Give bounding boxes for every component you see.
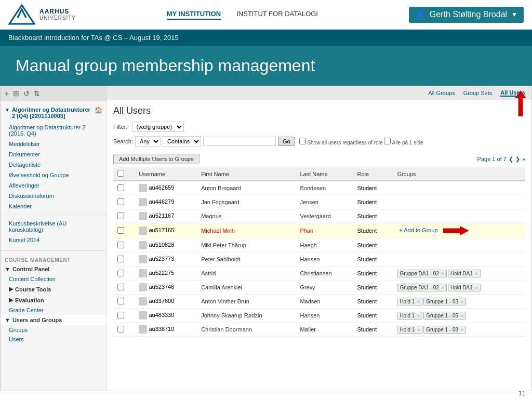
row-checkbox-8[interactable] xyxy=(117,298,124,304)
refresh-icon[interactable]: ↺ xyxy=(23,89,30,98)
cell-username: au521167 xyxy=(135,209,197,223)
search-operator-select[interactable]: Contains xyxy=(163,136,201,147)
show-all-checkbox[interactable] xyxy=(299,138,306,144)
user-avatar xyxy=(139,297,147,305)
next-page-btn[interactable]: ❯ xyxy=(515,156,520,163)
sidebar-divider-1 xyxy=(1,215,107,215)
cell-role: Student xyxy=(353,238,393,252)
row-checkbox-0[interactable] xyxy=(117,184,124,191)
sidebar-link-kalender[interactable]: Kalender xyxy=(1,201,107,211)
user-area[interactable]: 👤 Gerth Stølting Brodal ▼ xyxy=(409,7,524,23)
user-avatar xyxy=(139,241,147,249)
content-tabs-bar: All Groups Group Sets All Users xyxy=(107,86,531,100)
expand-icon: ▼ xyxy=(5,107,10,113)
row-checkbox-9[interactable] xyxy=(117,312,124,318)
row-checkbox-3[interactable] xyxy=(117,227,124,234)
cell-groups xyxy=(393,195,525,209)
add-icon[interactable]: + xyxy=(5,89,9,98)
nav-my-institution[interactable]: MY INSTITUTION xyxy=(167,10,221,20)
row-checkbox-7[interactable] xyxy=(117,284,124,290)
cell-firstname: Anton Brogaard xyxy=(197,181,296,195)
sidebar-link-kurset[interactable]: Kurset 2014 xyxy=(1,235,107,245)
alle-pa-checkbox[interactable] xyxy=(384,138,391,144)
tab-all-groups[interactable]: All Groups xyxy=(428,90,455,96)
row-checkbox-2[interactable] xyxy=(117,212,124,219)
last-page-btn[interactable]: » xyxy=(522,156,525,162)
add-multiple-users-button[interactable]: Add Multiple Users to Groups xyxy=(113,154,200,164)
sidebar-grade-center[interactable]: Grade Center xyxy=(1,305,107,315)
cell-lastname: Hansen xyxy=(296,252,353,267)
sidebar-link-course-sub[interactable]: Algoritmer og Datastrukturer 2 (2015, Q4… xyxy=(1,122,107,139)
row-checkbox-10[interactable] xyxy=(117,326,124,332)
col-checkbox-header xyxy=(113,167,135,181)
remove-group-btn[interactable]: × xyxy=(475,271,478,276)
remove-group-btn[interactable]: × xyxy=(461,313,463,318)
row-checkbox-6[interactable] xyxy=(117,270,124,276)
remove-group-btn[interactable]: × xyxy=(442,285,444,290)
remove-group-btn[interactable]: × xyxy=(461,327,463,332)
remove-group-btn[interactable]: × xyxy=(475,285,478,290)
control-panel-title[interactable]: ▼ Control Panel xyxy=(1,264,107,274)
sidebar-link-afleveringer[interactable]: Afleveringer xyxy=(1,180,107,191)
go-button[interactable]: Go xyxy=(278,137,295,146)
sidebar-course-title[interactable]: ▼ Algoritmer og Datastrukturer 2 (Q4) [2… xyxy=(1,103,107,122)
cell-lastname: Bondesen xyxy=(296,181,353,195)
group-tag: Hold DA1 × xyxy=(448,284,481,291)
sidebar: + ⊞ ↺ ⇅ ▼ Algoritmer og Datastrukturer 2… xyxy=(1,86,107,391)
cell-firstname: Peter Sahlholdt xyxy=(197,252,296,267)
sidebar-link-meddelelser[interactable]: Meddelelser xyxy=(1,139,107,149)
add-to-group-btn[interactable]: Add to Group xyxy=(397,226,440,234)
page-title: Manual group membership management xyxy=(16,56,516,75)
content-header: All Users xyxy=(107,100,531,119)
cell-username: au446279 xyxy=(135,195,197,209)
cell-groups: Gruppe DA1 - 02 ×Hold DA1 × xyxy=(393,281,525,295)
table-row: au337600Anton Vinther BrunMadsenStudentH… xyxy=(113,295,525,309)
cell-username: au522275 xyxy=(135,267,197,281)
row-checkbox-5[interactable] xyxy=(117,256,124,262)
users-and-groups-item[interactable]: ▼ Users and Groups xyxy=(1,315,107,325)
cell-groups xyxy=(393,209,525,223)
sidebar-link-diskussion[interactable]: Diskussionsforum xyxy=(1,191,107,201)
remove-group-btn[interactable]: × xyxy=(417,299,420,304)
page-title-section: Manual group membership management xyxy=(0,46,532,86)
table-row: au462659Anton BrogaardBondesenStudent xyxy=(113,181,525,195)
cell-groups: Hold 1 ×Gruppe 1 - 05 × xyxy=(393,309,525,323)
sidebar-groups[interactable]: Groups xyxy=(1,325,107,335)
breadcrumb: Blackboard Introduction for TAs @ CS – A… xyxy=(8,34,179,42)
remove-group-btn[interactable]: × xyxy=(442,271,444,276)
row-checkbox-4[interactable] xyxy=(117,242,124,248)
top-bar: AARHUS UNIVERSITY MY INSTITUTION INSTITU… xyxy=(0,0,532,30)
sort-icon[interactable]: ⇅ xyxy=(34,89,40,98)
grid-icon[interactable]: ⊞ xyxy=(13,89,19,98)
sidebar-users[interactable]: Users xyxy=(1,335,107,344)
search-field-select[interactable]: Any xyxy=(135,136,161,147)
remove-group-btn[interactable]: × xyxy=(417,313,420,318)
sidebar-link-kursusbeskrivelse[interactable]: Kursusbeskrivelse (AU kuruskatalog) xyxy=(1,218,107,235)
course-tools-item[interactable]: ▶ Course Tools xyxy=(1,284,107,295)
group-tag: Gruppe 1 - 05 × xyxy=(423,312,466,320)
prev-page-btn[interactable]: ❮ xyxy=(509,156,513,163)
search-input[interactable] xyxy=(203,137,276,146)
row-checkbox-1[interactable] xyxy=(117,198,124,205)
sidebar-link-oevelseshold[interactable]: Øvelseshold og Gruppe xyxy=(1,170,107,180)
red-arrow-right xyxy=(443,226,469,235)
cell-firstname: Magnus xyxy=(197,209,296,223)
nav-institut[interactable]: INSTITUT FOR DATALOGI xyxy=(236,10,318,20)
home-icon: 🏠 xyxy=(95,107,102,114)
pagination-text: Page 1 of 7 xyxy=(477,156,507,162)
select-all-checkbox[interactable] xyxy=(117,170,124,177)
tab-group-sets[interactable]: Group Sets xyxy=(463,90,493,96)
all-users-heading: All Users xyxy=(113,105,525,116)
sidebar-link-deltagerliste[interactable]: Deltagerliste xyxy=(1,159,107,170)
evaluation-item[interactable]: ▶ Evaluation xyxy=(1,295,107,305)
cell-firstname: Jan Fogsgaard xyxy=(197,195,296,209)
remove-group-btn[interactable]: × xyxy=(461,299,463,304)
filter-select[interactable]: (vælg gruppe) xyxy=(132,122,184,132)
cell-username: au483330 xyxy=(135,309,197,323)
sidebar-divider-2 xyxy=(1,250,107,251)
remove-group-btn[interactable]: × xyxy=(417,327,420,332)
col-firstname-header: First Name xyxy=(197,167,296,181)
course-name-text: Algoritmer og Datastrukturer 2 (Q4) [220… xyxy=(12,107,92,119)
sidebar-content-collection[interactable]: Content Collection xyxy=(1,274,107,284)
sidebar-link-dokumenter[interactable]: Dokumenter xyxy=(1,149,107,159)
